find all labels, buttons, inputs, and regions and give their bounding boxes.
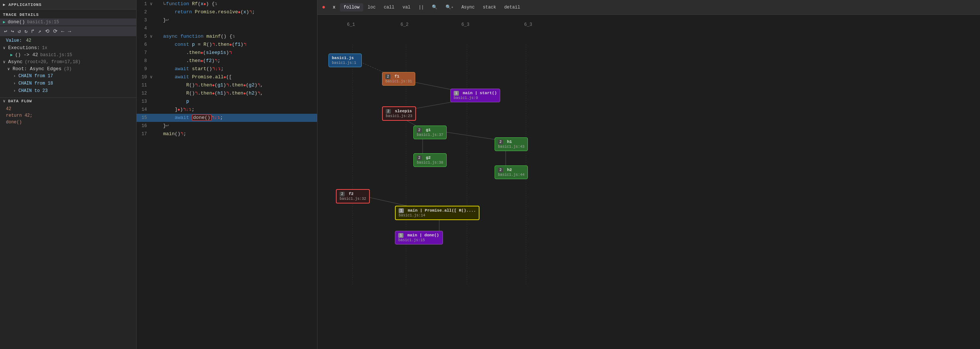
graph-area: basic1.js basic1.js:1 2 f1 basic1.js:31 … (325, 33, 601, 292)
df-val-1: return 42; (0, 112, 136, 119)
data-flow-header[interactable]: ∨ DATA FLOW (0, 97, 136, 104)
viz-toolbar: ● x follow loc call val || 🔍 🔍+ Async st… (317, 0, 980, 15)
code-line-4: 4 (137, 24, 317, 32)
execution-item[interactable]: ▶ () -> 42 basic1.js:15 (0, 51, 136, 58)
chain-item-2[interactable]: › CHAIN to 23 (0, 87, 136, 94)
play-icon: ▶ (3, 19, 6, 24)
applications-header: ▶ APPLICATIONS (0, 0, 136, 10)
viz-content[interactable]: 6_1 6_2 6_3 6_3 (317, 15, 980, 349)
code-line-16: 16 }↩ (137, 122, 317, 130)
df-val-0: 42 (0, 106, 136, 112)
executions-row[interactable]: ∨ Executions: 1x (0, 44, 136, 51)
close-button[interactable]: x (329, 3, 339, 11)
exec-play-icon: ▶ (10, 53, 13, 57)
viz-panel: ● x follow loc call val || 🔍 🔍+ Async st… (317, 0, 980, 349)
code-line-8: 8 .then◆(f2)↰; (137, 57, 317, 65)
value-row: Value: 42 (0, 37, 136, 44)
toolbar-btn-7[interactable]: ⟳ (52, 28, 59, 35)
root-async-row[interactable]: ∨ Root: Async Edges (3) (0, 65, 136, 72)
node-main-done[interactable]: 1 main | done() basic1.js:15 (395, 231, 443, 244)
node-promise-all[interactable]: 1 main | Promise.all([ R().... basic1.js… (395, 206, 479, 220)
detail-button[interactable]: detail (501, 3, 524, 11)
data-flow-values: 42 return 42; done() (0, 104, 136, 127)
triangle-icon: ▶ (3, 3, 8, 7)
column-labels: 6_1 6_2 6_3 6_3 (332, 22, 973, 33)
code-line-6: 6 const p = R()↰.then◆(f1)↰ (137, 41, 317, 49)
search-button[interactable]: 🔍 (428, 3, 441, 11)
code-line-2: 2 return Promise.resolve◆(x)↰; (137, 8, 317, 16)
follow-button[interactable]: follow (340, 3, 363, 11)
toolbar-btn-1[interactable]: ↪ (10, 28, 15, 35)
expand-icon: ∨ (3, 45, 6, 50)
col-label-6-3b: 6_3 (524, 22, 532, 27)
record-button[interactable]: ● (319, 3, 329, 12)
code-line-10: 10 ∨ await Promise.all◆([ (137, 73, 317, 81)
node-main-start[interactable]: 1 main | start() basic1.js:9 (450, 89, 500, 102)
chain-expand-2: › (13, 89, 17, 93)
chain-item-1[interactable]: › CHAIN from 18 (0, 80, 136, 87)
trace-details-header: TRACE DETAILS (0, 10, 136, 19)
node-g2[interactable]: 2 g2 basic1.js:38 (414, 153, 447, 167)
toolbar-btn-fwd[interactable]: → (67, 28, 72, 35)
df-val-2: done() (0, 119, 136, 126)
col-label-6-3a: 6_3 (461, 22, 469, 27)
pipes-button[interactable]: || (415, 3, 428, 11)
async-button[interactable]: Async (458, 3, 478, 11)
code-line-12: 12 R()↰.then◆(h1)↰.then◆(h2)↰, (137, 89, 317, 97)
toolbar-btn-2[interactable]: ↺ (17, 28, 22, 35)
code-line-11: 11 R()↰.then◆(g1)↰.then◆(g2)↰, (137, 81, 317, 89)
code-line-15: 15 await done()↰↓↴; (137, 114, 317, 122)
toolbar-btn-3[interactable]: ↻ (23, 28, 29, 35)
call-button[interactable]: call (380, 3, 398, 11)
node-f1[interactable]: 2 f1 basic1.js:31 (382, 72, 415, 86)
toolbar-btn-0[interactable]: ↩ (3, 28, 8, 35)
col-label-6-1: 6_1 (347, 22, 355, 27)
graph-connectors (325, 33, 601, 292)
col-label-6-2: 6_2 (401, 22, 409, 27)
node-f2[interactable]: 2 f2 basic1.js:32 (336, 189, 370, 204)
toolbar-btn-6[interactable]: ⟲ (44, 28, 51, 35)
toolbar-btn-back[interactable]: ← (60, 28, 65, 35)
toolbar-btn-4[interactable]: ↱ (30, 28, 35, 35)
loc-button[interactable]: loc (364, 3, 379, 11)
node-basic1-js[interactable]: basic1.js basic1.js:1 (329, 54, 362, 67)
code-editor: 1 ∨ ↳function Rf(x◆) {↴ 2 return Promise… (137, 0, 317, 349)
done-item[interactable]: ▶ done() basic1.js:15 (0, 19, 136, 25)
trace-toolbar: ↩ ↪ ↺ ↻ ↱ ↗ ⟲ ⟳ ← → (0, 26, 136, 36)
stack-button[interactable]: stack (479, 3, 500, 11)
zoom-in-button[interactable]: 🔍+ (442, 3, 457, 11)
code-line-7: 7 .then◆(sleep1s)↰ (137, 49, 317, 57)
code-line-1: 1 ∨ ↳function Rf(x◆) {↴ (137, 0, 317, 8)
code-line-13: 13 p (137, 97, 317, 106)
toolbar-btn-5[interactable]: ↗ (37, 28, 42, 35)
async-row[interactable]: ∨ Async (root=20, from=17,18) (0, 58, 136, 65)
code-line-5: 5 ∨ async function mainf() {↴ (137, 32, 317, 41)
code-line-17: 17 main()↰; (137, 130, 317, 138)
val-button[interactable]: val (399, 3, 414, 11)
node-h2[interactable]: 2 h2 basic1.js:44 (495, 166, 528, 179)
node-g1[interactable]: 2 g1 basic1.js:37 (414, 126, 447, 139)
node-sleep1s[interactable]: 2 sleep1s basic1.js:23 (382, 106, 416, 121)
root-expand-icon: ∨ (7, 67, 11, 71)
chain-expand-1: › (13, 81, 17, 86)
dataflow-expand: ∨ (3, 99, 6, 104)
chain-expand-0: › (13, 74, 17, 78)
node-h1[interactable]: 2 h1 basic1.js:43 (495, 137, 528, 151)
left-panel: ▶ APPLICATIONS TRACE DETAILS ▶ done() ba… (0, 0, 137, 349)
chain-item-0[interactable]: › CHAIN from 17 (0, 72, 136, 80)
code-line-14: 14 ]◆)↰↓↴; (137, 106, 317, 114)
async-expand-icon: ∨ (3, 59, 6, 64)
code-line-3: 3 }↩ (137, 16, 317, 24)
code-line-9: 9 await start()↰↓↴; (137, 65, 317, 73)
